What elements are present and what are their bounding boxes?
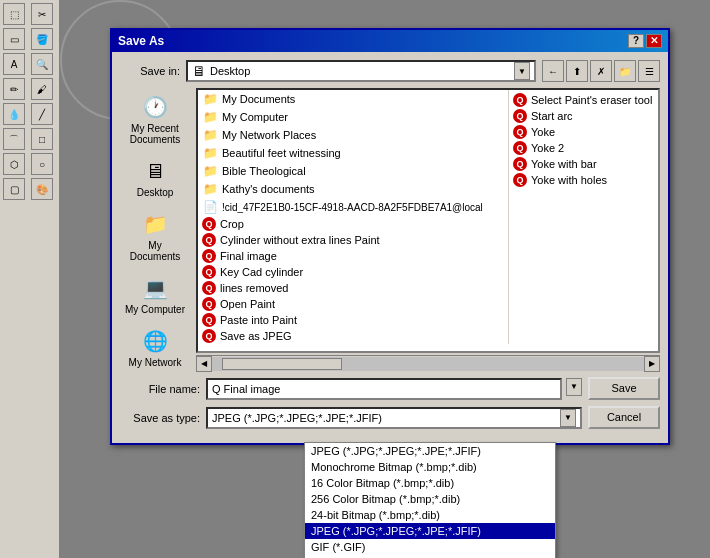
list-item[interactable]: 📁 Kathy's documents (198, 180, 508, 198)
folder-icon: 📁 (202, 91, 218, 107)
q-icon: Q (202, 233, 216, 247)
horizontal-scrollbar[interactable]: ◀ ▶ (196, 355, 660, 371)
list-item[interactable]: Q Yoke (511, 124, 656, 140)
q-icon: Q (513, 109, 527, 123)
scroll-right[interactable]: ▶ (644, 356, 660, 372)
nav-desktop-label: Desktop (137, 187, 174, 198)
list-item[interactable]: Q lines removed (198, 280, 508, 296)
save-in-dropdown-arrow[interactable]: ▼ (514, 62, 530, 80)
q-icon: Q (202, 313, 216, 327)
folder-icon: 📁 (202, 145, 218, 161)
list-item[interactable]: Q Final image (198, 248, 508, 264)
tool-pencil[interactable]: ✏ (3, 78, 25, 100)
file-name-input[interactable]: Q Final image (206, 378, 562, 400)
scroll-left[interactable]: ◀ (196, 356, 212, 372)
save-type-dropdown-arrow[interactable]: ▼ (560, 409, 576, 427)
file-name-row: File name: Q Final image ▼ Save (120, 377, 660, 400)
list-item[interactable]: Q Open Paint (198, 296, 508, 312)
file-list-left: 📁 My Documents 📁 My Computer 📁 My Networ… (198, 90, 508, 344)
q-icon: Q (202, 329, 216, 343)
list-item[interactable]: Q Paste into Paint (198, 312, 508, 328)
tool-text[interactable]: A (3, 53, 25, 75)
nav-my-network[interactable]: 🌐 My Network (120, 322, 190, 371)
list-item[interactable]: 📁 My Documents (198, 90, 508, 108)
q-icon: Q (202, 265, 216, 279)
dropdown-option[interactable]: GIF (*.GIF) (305, 539, 555, 555)
file-name-dropdown-arrow[interactable]: ▼ (566, 378, 582, 396)
list-item[interactable]: Q Select Paint's eraser tool (511, 92, 656, 108)
list-item[interactable]: Q Yoke with holes (511, 172, 656, 188)
save-in-combo[interactable]: 🖥 Desktop ▼ (186, 60, 536, 82)
tool-polygon[interactable]: ⬡ (3, 153, 25, 175)
new-folder-button[interactable]: 📁 (614, 60, 636, 82)
help-button[interactable]: ? (628, 34, 644, 48)
dropdown-option[interactable]: 256 Color Bitmap (*.bmp;*.dib) (305, 491, 555, 507)
view-button[interactable]: ☰ (638, 60, 660, 82)
tool-zoom[interactable]: 🔍 (31, 53, 53, 75)
tool-line[interactable]: ╱ (31, 103, 53, 125)
dropdown-option[interactable]: 16 Color Bitmap (*.bmp;*.dib) (305, 475, 555, 491)
list-item[interactable]: Q Key Cad cylinder (198, 264, 508, 280)
list-item[interactable]: 📁 Beautiful feet witnessing (198, 144, 508, 162)
tool-eraser[interactable]: ▭ (3, 28, 25, 50)
file-list-main: 📁 My Documents 📁 My Computer 📁 My Networ… (198, 90, 658, 344)
tool-rect[interactable]: □ (31, 128, 53, 150)
list-item[interactable]: Q Yoke with bar (511, 156, 656, 172)
nav-recent-label: My RecentDocuments (130, 123, 181, 145)
scroll-thumb[interactable] (222, 358, 342, 370)
save-as-type-select[interactable]: JPEG (*.JPG;*.JPEG;*.JPE;*.JFIF) ▼ (206, 407, 582, 429)
cancel-button-container: Cancel (588, 406, 660, 429)
back-button[interactable]: ← (542, 60, 564, 82)
list-item[interactable]: 📁 My Network Places (198, 126, 508, 144)
nav-recent[interactable]: 🕐 My RecentDocuments (120, 88, 190, 148)
dropdown-option[interactable]: 24-bit Bitmap (*.bmp;*.dib) (305, 507, 555, 523)
list-item[interactable]: 📄 !cid_47F2E1B0-15CF-4918-AACD-8A2F5FDBE… (198, 198, 508, 216)
tool-select[interactable]: ✂ (31, 3, 53, 25)
tool-freeselect[interactable]: ⬚ (3, 3, 25, 25)
cancel-button[interactable]: Cancel (588, 406, 660, 429)
save-in-label: Save in: (120, 65, 180, 77)
dropdown-option[interactable]: JPEG (*.JPG;*.JPEG;*.JPE;*.JFIF) (305, 443, 555, 459)
save-type-dropdown[interactable]: JPEG (*.JPG;*.JPEG;*.JPE;*.JFIF) Monochr… (304, 442, 556, 558)
tool-rounded-rect[interactable]: ▢ (3, 178, 25, 200)
dialog-title: Save As (118, 34, 164, 48)
file-list-container[interactable]: 📁 My Documents 📁 My Computer 📁 My Networ… (196, 88, 660, 353)
save-button[interactable]: Save (588, 377, 660, 400)
save-as-type-combo-wrapper: JPEG (*.JPG;*.JPEG;*.JPE;*.JFIF) ▼ (206, 407, 582, 429)
list-item[interactable]: Q Save as JPEG (198, 328, 508, 344)
dialog-titlebar: Save As ? ✕ (112, 30, 668, 52)
save-as-dialog: Save As ? ✕ Save in: 🖥 Desktop ▼ ← ⬆ ✗ 📁… (110, 28, 670, 445)
toolbox: ⬚ ✂ ▭ 🪣 A 🔍 ✏ 🖌 💧 ╱ ⌒ □ ⬡ ○ ▢ 🎨 (0, 0, 60, 558)
nav-my-computer[interactable]: 💻 My Computer (120, 269, 190, 318)
nav-desktop[interactable]: 🖥 Desktop (120, 152, 190, 201)
tool-airbrush[interactable]: 💧 (3, 103, 25, 125)
tool-curve[interactable]: ⌒ (3, 128, 25, 150)
tool-color[interactable]: 🎨 (31, 178, 53, 200)
dropdown-option[interactable]: Monochrome Bitmap (*.bmp;*.dib) (305, 459, 555, 475)
list-item[interactable]: Q Crop (198, 216, 508, 232)
file-name-combo-wrapper: Q Final image ▼ (206, 378, 582, 400)
file-list-right: Q Select Paint's eraser tool Q Start arc… (508, 90, 658, 344)
list-item[interactable]: Q Cylinder without extra lines Paint (198, 232, 508, 248)
list-item[interactable]: Q Start arc (511, 108, 656, 124)
up-button[interactable]: ⬆ (566, 60, 588, 82)
dialog-body: Save in: 🖥 Desktop ▼ ← ⬆ ✗ 📁 ☰ 🕐 My Rece… (112, 52, 668, 443)
scroll-track[interactable] (212, 357, 644, 371)
tool-fill[interactable]: 🪣 (31, 28, 53, 50)
list-item[interactable]: 📁 Bible Theological (198, 162, 508, 180)
tool-brush[interactable]: 🖌 (31, 78, 53, 100)
q-icon: Q (202, 249, 216, 263)
recent-icon: 🕐 (139, 91, 171, 123)
dropdown-option-selected[interactable]: JPEG (*.JPG;*.JPEG;*.JPE;*.JFIF) (305, 523, 555, 539)
nav-my-network-label: My Network (129, 357, 182, 368)
list-item[interactable]: 📁 My Computer (198, 108, 508, 126)
file-area: 📁 My Documents 📁 My Computer 📁 My Networ… (196, 88, 660, 371)
tool-ellipse[interactable]: ○ (31, 153, 53, 175)
my-documents-icon: 📁 (139, 208, 171, 240)
delete-button[interactable]: ✗ (590, 60, 612, 82)
nav-my-documents[interactable]: 📁 My Documents (120, 205, 190, 265)
q-icon: Q (513, 157, 527, 171)
list-item[interactable]: Q Yoke 2 (511, 140, 656, 156)
close-button[interactable]: ✕ (646, 34, 662, 48)
my-network-icon: 🌐 (139, 325, 171, 357)
